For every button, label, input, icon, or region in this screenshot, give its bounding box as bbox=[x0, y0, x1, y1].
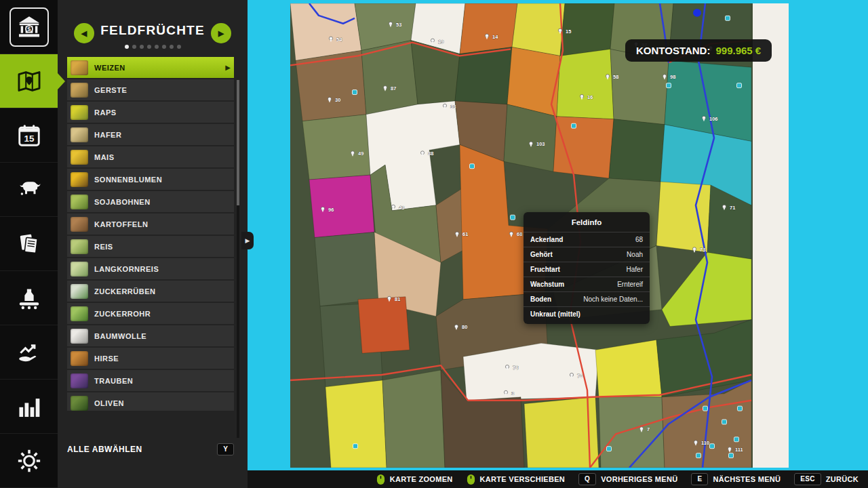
crop-row-trauben[interactable]: TRAUBEN bbox=[67, 370, 234, 391]
field-info-label: Gehört bbox=[530, 251, 553, 258]
deselect-all-button[interactable]: ALLE ABWÄHLEN Y bbox=[67, 443, 234, 455]
crop-row-zuckerrohr[interactable]: ZUCKERROHR bbox=[67, 303, 234, 324]
field-info-rows: Ackerland68GehörtNoahFruchtartHaferWachs… bbox=[524, 232, 650, 321]
svg-text:96: 96 bbox=[328, 207, 334, 213]
sunflower-icon bbox=[71, 172, 88, 187]
crop-row-sojabohnen[interactable]: SOJABOHNEN bbox=[67, 191, 234, 212]
field-info-title: Feldinfo bbox=[524, 212, 650, 232]
next-page-button[interactable]: ▶ bbox=[211, 23, 231, 43]
svg-text:81: 81 bbox=[395, 296, 400, 302]
documents-icon bbox=[14, 229, 44, 259]
sidebar-item-statistics[interactable] bbox=[0, 380, 58, 434]
map-view[interactable]: 5453191415971013087331610610398584988439… bbox=[290, 3, 753, 468]
crop-row-baumwolle[interactable]: BAUMWOLLE bbox=[67, 325, 234, 346]
crop-row-oliven[interactable]: OLIVEN bbox=[67, 392, 234, 411]
selected-arrow-icon: ▶ bbox=[225, 64, 231, 71]
crop-row-langkornreis[interactable]: LANGKORNREIS bbox=[67, 258, 234, 279]
crop-label: HAFER bbox=[94, 131, 121, 139]
hint-karte-verschieben[interactable]: KARTE VERSCHIEBEN bbox=[467, 474, 566, 485]
field-info-value: Erntereif bbox=[617, 281, 643, 288]
crop-row-reis[interactable]: REIS bbox=[67, 236, 234, 257]
panel-collapse-handle[interactable]: ▶ bbox=[241, 232, 254, 249]
svg-text:110: 110 bbox=[701, 440, 709, 446]
svg-text:80: 80 bbox=[462, 325, 467, 331]
account-balance-badge: KONTOSTAND: 999.965 € bbox=[625, 39, 772, 62]
key-badge-q: Q bbox=[578, 473, 596, 485]
crop-panel: ◀ FELDFRÜCHTE ▶ WEIZEN▶GERSTERAPSHAFERMA… bbox=[58, 0, 248, 488]
crop-row-zuckerrüben[interactable]: ZUCKERRÜBEN bbox=[67, 281, 234, 302]
barley-icon bbox=[71, 83, 88, 98]
svg-text:15: 15 bbox=[24, 134, 34, 144]
page-dot bbox=[170, 45, 174, 49]
sidebar-item-settings[interactable] bbox=[0, 434, 58, 488]
crop-row-hafer[interactable]: HAFER bbox=[67, 124, 234, 145]
sidebar-item-map[interactable] bbox=[0, 54, 58, 108]
svg-text:98: 98 bbox=[670, 74, 675, 80]
sidebar-item-production[interactable] bbox=[0, 271, 58, 325]
svg-text:76: 76 bbox=[513, 365, 518, 371]
field-info-value: Noah bbox=[627, 251, 643, 258]
hint-nächstes-menü[interactable]: ENÄCHSTES MENÜ bbox=[691, 473, 781, 485]
hint-karte-zoomen[interactable]: KARTE ZOOMEN bbox=[376, 474, 453, 485]
svg-text:106: 106 bbox=[709, 116, 718, 122]
input-hint-bar: KARTE ZOOMENKARTE VERSCHIEBENQVORHERIGES… bbox=[248, 470, 868, 488]
crop-label: BAUMWOLLE bbox=[94, 332, 146, 340]
crop-row-weizen[interactable]: WEIZEN▶ bbox=[67, 57, 234, 78]
sidebar-item-finances[interactable]: $ bbox=[0, 0, 58, 54]
crop-label: MAIS bbox=[94, 153, 115, 161]
key-badge-y: Y bbox=[217, 443, 234, 455]
scrollbar-thumb[interactable] bbox=[237, 80, 239, 205]
svg-text:111: 111 bbox=[735, 447, 743, 453]
mouse-icon bbox=[467, 474, 475, 485]
production-icon bbox=[14, 283, 44, 313]
sidebar-item-animals[interactable] bbox=[0, 163, 58, 217]
potato-icon bbox=[71, 217, 88, 232]
field-info-row: GehörtNoah bbox=[524, 247, 650, 262]
crop-label: REIS bbox=[94, 243, 113, 251]
crop-row-hirse[interactable]: HIRSE bbox=[67, 348, 234, 369]
balance-label: KONTOSTAND: bbox=[636, 45, 710, 56]
key-badge-esc: ESC bbox=[794, 473, 821, 485]
hint-label: KARTE ZOOMEN bbox=[390, 475, 453, 483]
svg-text:53: 53 bbox=[396, 22, 401, 28]
prev-page-button[interactable]: ◀ bbox=[74, 23, 94, 43]
cow-icon bbox=[14, 175, 44, 205]
crop-row-gerste[interactable]: GERSTE bbox=[67, 79, 234, 100]
hint-vorheriges-menü[interactable]: QVORHERIGES MENÜ bbox=[578, 473, 677, 485]
field-info-label: Wachstum bbox=[530, 281, 564, 288]
field-info-row: Ackerland68 bbox=[524, 232, 650, 247]
svg-text:88: 88 bbox=[428, 150, 433, 157]
crop-label: OLIVEN bbox=[94, 399, 124, 407]
svg-text:$: $ bbox=[27, 25, 31, 33]
sidebar-item-contracts[interactable] bbox=[0, 217, 58, 271]
crop-label: WEIZEN bbox=[94, 64, 125, 72]
sales-icon bbox=[14, 338, 44, 367]
crop-label: LANGKORNREIS bbox=[94, 265, 159, 273]
crop-label: RAPS bbox=[94, 108, 117, 117]
crop-row-kartoffeln[interactable]: KARTOFFELN bbox=[67, 214, 234, 235]
sidebar-item-sales[interactable] bbox=[0, 325, 58, 380]
crop-label: ZUCKERRÜBEN bbox=[94, 287, 155, 296]
crop-row-raps[interactable]: RAPS bbox=[67, 102, 234, 123]
svg-text:7: 7 bbox=[647, 426, 650, 432]
crop-row-sonnenblumen[interactable]: SONNENBLUMEN bbox=[67, 169, 234, 190]
corn-icon bbox=[71, 150, 88, 165]
long-grain-rice-icon bbox=[71, 262, 88, 277]
crop-list-scrollbar[interactable] bbox=[237, 80, 239, 438]
hint-zurück[interactable]: ESCZURÜCK bbox=[794, 473, 859, 485]
svg-text:19: 19 bbox=[438, 39, 443, 45]
svg-text:49: 49 bbox=[358, 150, 363, 157]
field-info-row: BodenNoch keine Daten... bbox=[524, 291, 650, 306]
map-icon bbox=[14, 66, 44, 96]
sidebar-item-calendar[interactable]: 15 bbox=[0, 108, 58, 163]
svg-text:43: 43 bbox=[399, 205, 404, 211]
page-dot bbox=[177, 45, 181, 49]
crop-label: GERSTE bbox=[94, 86, 127, 94]
field-info-row: FruchtartHafer bbox=[524, 262, 650, 277]
sugar-beet-icon bbox=[71, 284, 88, 299]
crop-panel-header: ◀ FELDFRÜCHTE ▶ bbox=[58, 0, 248, 49]
page-dot bbox=[147, 45, 151, 49]
deselect-all-label: ALLE ABWÄHLEN bbox=[67, 445, 142, 454]
crop-row-mais[interactable]: MAIS bbox=[67, 146, 234, 167]
field-info-value: Hafer bbox=[627, 266, 643, 273]
